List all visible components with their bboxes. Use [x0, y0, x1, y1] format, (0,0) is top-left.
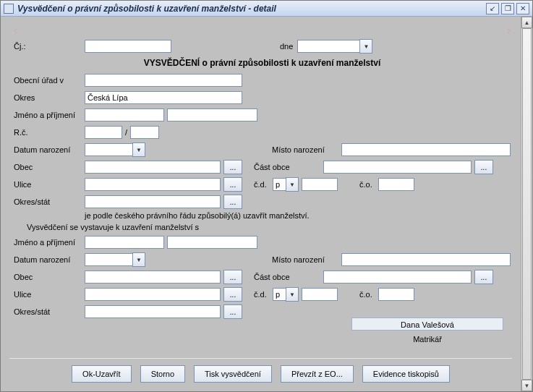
print-button[interactable]: Tisk vysvědčení: [194, 365, 272, 383]
misto-nar2-input[interactable]: [341, 253, 511, 266]
registrar-name-field[interactable]: Dana Valešová: [351, 318, 503, 331]
cd1-type-input[interactable]: [273, 178, 286, 191]
cd1-label: č.d.: [254, 180, 273, 189]
window: Vysvědčení o právní způsobilosti k uzavř…: [0, 0, 533, 392]
cd2-type-dropdown-icon[interactable]: [286, 287, 299, 302]
okres-stat1-input[interactable]: [85, 195, 221, 208]
import-eo-button[interactable]: Převzít z EO...: [281, 365, 354, 383]
obecni-urad-input[interactable]: [85, 74, 242, 87]
co2-input[interactable]: [378, 288, 414, 301]
obecni-urad-label: Obecní úřad v: [14, 76, 85, 85]
statement-capable: je podle českého právního řádu způsobilý…: [85, 211, 511, 220]
datum-nar2-dropdown-icon[interactable]: [132, 252, 145, 267]
cj-label: Čj.:: [14, 42, 85, 51]
cast-obce2-input[interactable]: [323, 270, 472, 284]
datum-nar2-input[interactable]: [85, 253, 132, 266]
statement-with: Vysvědčení se vystavuje k uzavření manže…: [27, 223, 511, 231]
cd2-num-input[interactable]: [302, 288, 338, 301]
window-title: Vysvědčení o právní způsobilosti k uzavř…: [17, 4, 484, 14]
misto-nar1-label: Místo narození: [272, 145, 341, 154]
dne-date-input[interactable]: [297, 40, 359, 53]
dne-date-combo[interactable]: [297, 39, 372, 54]
ulice2-lookup-button[interactable]: ...: [223, 287, 242, 302]
forms-evidence-button[interactable]: Evidence tiskopisů: [362, 365, 450, 383]
ulice2-label: Ulice: [14, 290, 85, 299]
okres-stat1-label: Okres/stát: [14, 197, 85, 206]
cast-obce2-lookup-button[interactable]: ...: [474, 270, 493, 284]
vertical-scrollbar[interactable]: ▲ ▼: [521, 17, 532, 391]
form-heading: VYSVĚDČENÍ o právní způsobilosti k uzavř…: [14, 56, 511, 72]
datum-nar1-dropdown-icon[interactable]: [132, 142, 145, 157]
dne-label: dne: [280, 42, 293, 51]
okres-stat2-lookup-button[interactable]: ...: [223, 304, 242, 319]
jmeno2-first-input[interactable]: [85, 236, 164, 249]
obec1-label: Obec: [14, 163, 85, 171]
obec2-label: Obec: [14, 273, 85, 281]
okres-input[interactable]: [85, 91, 242, 104]
ok-close-button[interactable]: Ok-Uzavřít: [72, 365, 132, 383]
cd2-type-combo[interactable]: [273, 287, 299, 302]
obec2-lookup-button[interactable]: ...: [223, 270, 242, 284]
cast-obce2-label: Část obce: [254, 273, 323, 281]
jmeno1-first-input[interactable]: [85, 108, 164, 122]
okres-stat2-input[interactable]: [85, 305, 221, 318]
jmeno1-last-input[interactable]: [167, 108, 257, 122]
jmeno2-label: Jméno a příjmení: [14, 238, 85, 247]
co1-input[interactable]: [378, 178, 414, 191]
next-record-icon[interactable]: ›: [507, 24, 511, 37]
jmeno1-label: Jméno a příjmení: [14, 111, 85, 119]
scroll-down-icon[interactable]: ▼: [521, 380, 532, 391]
datum-nar1-label: Datum narození: [14, 145, 85, 154]
ulice1-lookup-button[interactable]: ...: [223, 177, 242, 192]
datum-nar1-input[interactable]: [85, 143, 132, 156]
ulice2-input[interactable]: [85, 288, 221, 301]
close-button[interactable]: ✕: [516, 3, 529, 14]
button-bar: Ok-Uzavřít Storno Tisk vysvědčení Převzí…: [9, 358, 512, 384]
obec1-lookup-button[interactable]: ...: [223, 160, 242, 174]
cd2-type-input[interactable]: [273, 288, 286, 301]
co1-label: č.o.: [359, 180, 378, 189]
cj-input[interactable]: [85, 40, 171, 53]
okres-stat1-lookup-button[interactable]: ...: [223, 195, 242, 209]
storno-button[interactable]: Storno: [140, 365, 185, 383]
datum-nar2-combo[interactable]: [85, 252, 145, 267]
rc-part1-input[interactable]: [85, 126, 122, 139]
registrar-role-label: Matrikář: [351, 335, 503, 344]
cd1-num-input[interactable]: [302, 178, 338, 191]
datum-nar2-label: Datum narození: [14, 255, 85, 264]
maximize-button[interactable]: ❐: [501, 3, 514, 14]
rc-label: R.č.: [14, 128, 85, 137]
window-icon: [4, 4, 14, 14]
cast-obce1-lookup-button[interactable]: ...: [474, 160, 493, 174]
titlebar: Vysvědčení o právní způsobilosti k uzavř…: [1, 1, 532, 17]
jmeno2-last-input[interactable]: [167, 236, 257, 249]
misto-nar2-label: Místo narození: [272, 255, 341, 264]
ulice1-label: Ulice: [14, 180, 85, 189]
rc-part2-input[interactable]: [130, 126, 159, 139]
scroll-thumb[interactable]: [522, 28, 532, 380]
cast-obce1-label: Část obce: [254, 163, 323, 171]
cd1-type-combo[interactable]: [273, 177, 299, 192]
rc-separator: /: [125, 128, 127, 137]
cd2-label: č.d.: [254, 290, 273, 299]
co2-label: č.o.: [359, 290, 378, 299]
dne-date-dropdown-icon[interactable]: [359, 39, 372, 54]
minimize-button[interactable]: ↙: [486, 3, 499, 14]
cast-obce1-input[interactable]: [323, 161, 472, 174]
ulice1-input[interactable]: [85, 178, 221, 191]
datum-nar1-combo[interactable]: [85, 142, 145, 157]
obec2-input[interactable]: [85, 270, 221, 284]
form-content: ‹ › Čj.: dne VYSVĚDČENÍ o právní způsobi…: [1, 17, 521, 391]
scroll-up-icon[interactable]: ▲: [521, 17, 532, 28]
okres-stat2-label: Okres/stát: [14, 307, 85, 316]
prev-record-icon[interactable]: ‹: [14, 24, 17, 37]
okres-label: Okres: [14, 93, 85, 102]
cd1-type-dropdown-icon[interactable]: [286, 177, 299, 192]
misto-nar1-input[interactable]: [341, 143, 511, 156]
obec1-input[interactable]: [85, 161, 221, 174]
